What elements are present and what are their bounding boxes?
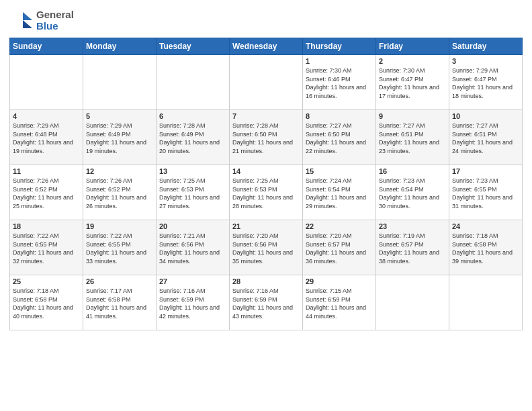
day-cell: 27Sunrise: 7:16 AM Sunset: 6:59 PM Dayli… — [157, 275, 230, 330]
day-info: Sunrise: 7:15 AM Sunset: 6:59 PM Dayligh… — [306, 287, 373, 320]
day-cell — [449, 275, 523, 330]
day-cell: 12Sunrise: 7:26 AM Sunset: 6:52 PM Dayli… — [83, 165, 157, 220]
day-info: Sunrise: 7:27 AM Sunset: 6:51 PM Dayligh… — [379, 122, 446, 155]
logo: General Blue — [9, 8, 74, 32]
day-cell: 17Sunrise: 7:23 AM Sunset: 6:55 PM Dayli… — [449, 165, 523, 220]
day-header-friday: Friday — [376, 38, 449, 55]
day-info: Sunrise: 7:24 AM Sunset: 6:54 PM Dayligh… — [306, 177, 373, 210]
day-info: Sunrise: 7:28 AM Sunset: 6:50 PM Dayligh… — [232, 122, 300, 155]
day-info: Sunrise: 7:26 AM Sunset: 6:52 PM Dayligh… — [86, 177, 153, 210]
week-row-4: 25Sunrise: 7:18 AM Sunset: 6:58 PM Dayli… — [10, 275, 523, 330]
day-cell: 4Sunrise: 7:29 AM Sunset: 6:48 PM Daylig… — [10, 110, 83, 165]
header-row: SundayMondayTuesdayWednesdayThursdayFrid… — [10, 38, 523, 55]
day-info: Sunrise: 7:18 AM Sunset: 6:58 PM Dayligh… — [13, 287, 80, 320]
day-cell: 10Sunrise: 7:27 AM Sunset: 6:51 PM Dayli… — [449, 110, 523, 165]
day-header-monday: Monday — [83, 38, 157, 55]
day-info: Sunrise: 7:18 AM Sunset: 6:58 PM Dayligh… — [452, 232, 519, 265]
day-number: 2 — [379, 57, 446, 65]
day-cell: 14Sunrise: 7:25 AM Sunset: 6:53 PM Dayli… — [230, 165, 303, 220]
day-number: 6 — [159, 112, 226, 120]
day-header-tuesday: Tuesday — [157, 38, 230, 55]
day-info: Sunrise: 7:30 AM Sunset: 6:46 PM Dayligh… — [306, 66, 373, 100]
day-info: Sunrise: 7:19 AM Sunset: 6:57 PM Dayligh… — [379, 232, 446, 265]
day-number: 17 — [452, 167, 519, 175]
day-number: 9 — [379, 112, 446, 120]
logo-blue-text: Blue — [36, 20, 74, 32]
day-number: 7 — [232, 112, 300, 120]
day-number: 16 — [379, 167, 446, 175]
day-header-sunday: Sunday — [10, 38, 83, 55]
logo-bird-icon — [9, 8, 34, 32]
svg-marker-1 — [23, 20, 32, 28]
day-number: 14 — [232, 167, 300, 175]
day-info: Sunrise: 7:21 AM Sunset: 6:56 PM Dayligh… — [159, 232, 226, 265]
day-header-thursday: Thursday — [303, 38, 376, 55]
day-info: Sunrise: 7:25 AM Sunset: 6:53 PM Dayligh… — [159, 177, 226, 210]
day-number: 8 — [306, 112, 373, 120]
day-number: 10 — [452, 112, 519, 120]
day-cell: 28Sunrise: 7:16 AM Sunset: 6:59 PM Dayli… — [230, 275, 303, 330]
day-cell: 26Sunrise: 7:17 AM Sunset: 6:58 PM Dayli… — [83, 275, 157, 330]
day-cell: 20Sunrise: 7:21 AM Sunset: 6:56 PM Dayli… — [157, 220, 230, 275]
day-info: Sunrise: 7:27 AM Sunset: 6:50 PM Dayligh… — [306, 122, 373, 155]
day-cell: 22Sunrise: 7:20 AM Sunset: 6:57 PM Dayli… — [303, 220, 376, 275]
day-cell: 19Sunrise: 7:22 AM Sunset: 6:55 PM Dayli… — [83, 220, 157, 275]
day-header-wednesday: Wednesday — [230, 38, 303, 55]
day-info: Sunrise: 7:23 AM Sunset: 6:54 PM Dayligh… — [379, 177, 446, 210]
day-cell: 6Sunrise: 7:28 AM Sunset: 6:49 PM Daylig… — [157, 110, 230, 165]
day-info: Sunrise: 7:23 AM Sunset: 6:55 PM Dayligh… — [452, 177, 519, 210]
day-number: 28 — [232, 277, 300, 285]
day-info: Sunrise: 7:25 AM Sunset: 6:53 PM Dayligh… — [232, 177, 300, 210]
day-number: 22 — [306, 222, 373, 230]
day-info: Sunrise: 7:20 AM Sunset: 6:56 PM Dayligh… — [232, 232, 300, 265]
day-cell: 23Sunrise: 7:19 AM Sunset: 6:57 PM Dayli… — [376, 220, 449, 275]
day-number: 21 — [232, 222, 300, 230]
day-number: 13 — [159, 167, 226, 175]
day-info: Sunrise: 7:20 AM Sunset: 6:57 PM Dayligh… — [306, 232, 373, 265]
day-cell: 13Sunrise: 7:25 AM Sunset: 6:53 PM Dayli… — [157, 165, 230, 220]
day-number: 1 — [306, 57, 373, 65]
day-cell: 9Sunrise: 7:27 AM Sunset: 6:51 PM Daylig… — [376, 110, 449, 165]
day-cell — [230, 55, 303, 110]
day-number: 15 — [306, 167, 373, 175]
day-cell: 3Sunrise: 7:29 AM Sunset: 6:47 PM Daylig… — [449, 55, 523, 110]
day-number: 4 — [13, 112, 80, 120]
day-number: 26 — [86, 277, 153, 285]
day-cell — [83, 55, 157, 110]
svg-marker-0 — [23, 12, 32, 20]
day-number: 11 — [13, 167, 80, 175]
week-row-1: 4Sunrise: 7:29 AM Sunset: 6:48 PM Daylig… — [10, 110, 523, 165]
day-cell: 21Sunrise: 7:20 AM Sunset: 6:56 PM Dayli… — [230, 220, 303, 275]
day-info: Sunrise: 7:29 AM Sunset: 6:47 PM Dayligh… — [452, 66, 519, 100]
day-info: Sunrise: 7:28 AM Sunset: 6:49 PM Dayligh… — [159, 122, 226, 155]
page: General Blue SundayMondayTuesdayWednesda… — [0, 0, 532, 411]
day-cell: 2Sunrise: 7:30 AM Sunset: 6:47 PM Daylig… — [376, 55, 449, 110]
day-number: 18 — [13, 222, 80, 230]
day-info: Sunrise: 7:27 AM Sunset: 6:51 PM Dayligh… — [452, 122, 519, 155]
day-number: 23 — [379, 222, 446, 230]
day-number: 3 — [452, 57, 519, 65]
day-info: Sunrise: 7:16 AM Sunset: 6:59 PM Dayligh… — [159, 287, 226, 320]
day-cell: 7Sunrise: 7:28 AM Sunset: 6:50 PM Daylig… — [230, 110, 303, 165]
day-number: 5 — [86, 112, 153, 120]
header: General Blue — [9, 8, 523, 32]
day-cell: 25Sunrise: 7:18 AM Sunset: 6:58 PM Dayli… — [10, 275, 83, 330]
day-cell: 8Sunrise: 7:27 AM Sunset: 6:50 PM Daylig… — [303, 110, 376, 165]
day-number: 29 — [306, 277, 373, 285]
day-cell — [10, 55, 83, 110]
day-cell: 16Sunrise: 7:23 AM Sunset: 6:54 PM Dayli… — [376, 165, 449, 220]
day-cell: 1Sunrise: 7:30 AM Sunset: 6:46 PM Daylig… — [303, 55, 376, 110]
day-number: 25 — [13, 277, 80, 285]
day-cell: 24Sunrise: 7:18 AM Sunset: 6:58 PM Dayli… — [449, 220, 523, 275]
day-cell: 5Sunrise: 7:29 AM Sunset: 6:49 PM Daylig… — [83, 110, 157, 165]
day-cell: 18Sunrise: 7:22 AM Sunset: 6:55 PM Dayli… — [10, 220, 83, 275]
day-number: 12 — [86, 167, 153, 175]
day-info: Sunrise: 7:22 AM Sunset: 6:55 PM Dayligh… — [13, 232, 80, 265]
day-info: Sunrise: 7:29 AM Sunset: 6:49 PM Dayligh… — [86, 122, 153, 155]
day-number: 27 — [159, 277, 226, 285]
day-cell: 29Sunrise: 7:15 AM Sunset: 6:59 PM Dayli… — [303, 275, 376, 330]
week-row-2: 11Sunrise: 7:26 AM Sunset: 6:52 PM Dayli… — [10, 165, 523, 220]
calendar-table: SundayMondayTuesdayWednesdayThursdayFrid… — [9, 38, 523, 330]
day-info: Sunrise: 7:16 AM Sunset: 6:59 PM Dayligh… — [232, 287, 300, 320]
day-header-saturday: Saturday — [449, 38, 523, 55]
